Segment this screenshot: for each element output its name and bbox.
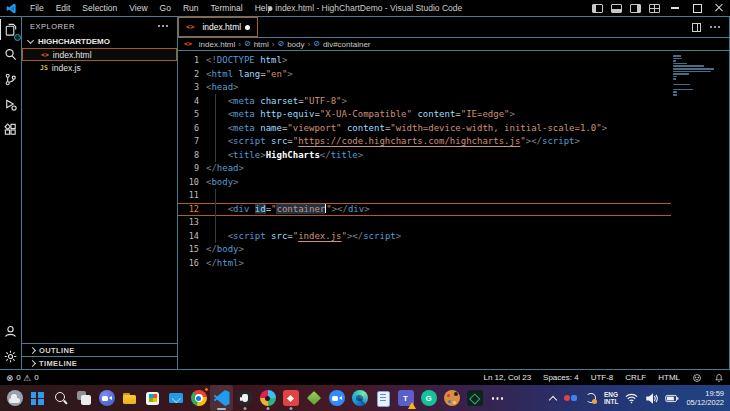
code-line[interactable]: 6 <meta name="viewport" content="width=d… <box>178 122 671 136</box>
search-icon[interactable] <box>0 42 22 67</box>
menu-run[interactable]: Run <box>177 0 205 16</box>
code-area[interactable]: 1<!DOCTYPE html>2<html lang="en">3<head>… <box>178 51 729 369</box>
code-line[interactable]: 15</body> <box>178 243 671 257</box>
folder-highchartdemo[interactable]: HIGHCHARTDEMO <box>22 35 177 48</box>
code-line[interactable]: 1<!DOCTYPE html> <box>178 54 671 68</box>
taskbar-mail-icon[interactable] <box>164 385 187 411</box>
menu-view[interactable]: View <box>123 0 153 16</box>
code-line[interactable]: 14 <script src="index.js"></script> <box>178 230 671 244</box>
line-number: 7 <box>178 135 206 149</box>
taskbar-hand-icon[interactable] <box>233 385 256 411</box>
taskbar-zoom-icon[interactable] <box>325 385 348 411</box>
indent-guide <box>215 94 216 162</box>
code-line[interactable]: 3<head> <box>178 81 671 95</box>
menu-terminal[interactable]: Terminal <box>205 0 249 16</box>
editor-more-actions-icon[interactable] <box>709 22 721 32</box>
status-ln-12-col-23[interactable]: Ln 12, Col 23 <box>483 373 531 382</box>
battery-icon[interactable] <box>665 394 679 403</box>
minimize-button[interactable] <box>664 0 686 16</box>
taskbar-explorer-icon[interactable] <box>118 385 141 411</box>
taskbar-more-icon[interactable] <box>486 385 509 411</box>
language-indicator[interactable]: ENG INTL <box>604 391 618 405</box>
menu-go[interactable]: Go <box>154 0 177 16</box>
taskbar-slack-icon[interactable] <box>256 385 279 411</box>
taskbar-weather-icon[interactable] <box>3 385 26 411</box>
code-line[interactable]: 13 <box>178 216 671 230</box>
menu-file[interactable]: File <box>24 0 50 16</box>
toggle-panel-icon[interactable] <box>611 4 622 13</box>
status-utf-8[interactable]: UTF-8 <box>591 373 614 382</box>
menu-edit[interactable]: Edit <box>50 0 77 16</box>
taskbar-teams-icon[interactable]: T <box>394 385 417 411</box>
taskbar-start-icon[interactable] <box>26 385 49 411</box>
tray-overflow-chevron-icon[interactable] <box>549 394 557 402</box>
running-indicator <box>289 407 292 410</box>
taskbar-paint-icon[interactable] <box>440 385 463 411</box>
clock[interactable]: 19:59 05/12/2022 <box>686 389 724 407</box>
source-control-icon[interactable] <box>0 67 22 92</box>
taskbar-chat-icon[interactable] <box>95 385 118 411</box>
code-line[interactable]: 10<body> <box>178 176 671 190</box>
outline-section[interactable]: OUTLINE <box>22 343 177 356</box>
breadcrumb-item-div-container[interactable]: ⊘div#container <box>313 40 370 49</box>
taskbar-node-icon[interactable] <box>302 385 325 411</box>
taskbar-redapp-icon[interactable] <box>279 385 302 411</box>
code-line[interactable]: 11 <box>178 189 671 203</box>
error-icon: ⊗ <box>6 373 13 383</box>
close-button[interactable] <box>708 0 730 16</box>
code-line[interactable]: 5 <meta http-equiv="X-UA-Compatible" con… <box>178 108 671 122</box>
settings-gear-icon[interactable] <box>0 344 22 369</box>
code-line[interactable]: 8 <title>HighCharts</title> <box>178 149 671 163</box>
restore-button[interactable] <box>686 0 708 16</box>
code-line[interactable]: 4 <meta charset="UTF-8"> <box>178 95 671 109</box>
taskbar-search-icon[interactable] <box>49 385 72 411</box>
menu-selection[interactable]: Selection <box>76 0 123 16</box>
time: 19:59 <box>686 389 724 398</box>
notifications-bell-icon[interactable] <box>714 373 724 383</box>
feedback-icon[interactable] <box>692 373 702 383</box>
system-tray: ENG INTL <box>549 389 730 407</box>
status-spaces-4[interactable]: Spaces: 4 <box>543 373 579 382</box>
taskbar-chrome-icon[interactable] <box>187 385 210 411</box>
breadcrumb-item-index-html[interactable]: <>index.html <box>184 40 235 49</box>
sync-status-icon[interactable] <box>585 392 597 404</box>
explorer-more-actions-icon[interactable] <box>157 21 169 31</box>
code-line[interactable]: 7 <script src="https://code.highcharts.c… <box>178 135 671 149</box>
split-editor-icon[interactable] <box>692 23 701 32</box>
problems-status[interactable]: ⊗ 0 ⚠ 0 <box>6 373 39 383</box>
editor-group: <> index.html <>index.html›⊘html›⊘body›⊘… <box>178 17 730 369</box>
breadcrumb-item-body[interactable]: ⊘body <box>277 40 304 49</box>
toggle-sidebar-icon[interactable] <box>592 4 603 13</box>
file-index-html[interactable]: <>index.html <box>22 48 177 61</box>
customize-layout-icon[interactable] <box>649 4 660 13</box>
status-crlf[interactable]: CRLF <box>625 373 646 382</box>
taskbar-diamondapp-icon[interactable] <box>463 385 486 411</box>
code-line[interactable]: 2<html lang="en"> <box>178 68 671 82</box>
taskbar-grammarly-icon[interactable]: G <box>417 385 440 411</box>
modified-dot-icon[interactable] <box>245 25 250 30</box>
breadcrumb-item-html[interactable]: ⊘html <box>244 40 269 49</box>
wifi-icon[interactable] <box>625 393 638 404</box>
taskbar-store-icon[interactable] <box>141 385 164 411</box>
code-line-current[interactable]: 12 <div id="container"></div> <box>178 203 671 217</box>
tray-apps-icon[interactable] <box>564 393 578 403</box>
code-line[interactable]: 9</head> <box>178 162 671 176</box>
file-index-js[interactable]: JSindex.js <box>22 61 177 74</box>
tab-index-html[interactable]: <> index.html <box>178 17 258 37</box>
taskbar-taskview-icon[interactable] <box>72 385 95 411</box>
taskbar-edge-icon[interactable] <box>348 385 371 411</box>
minimap[interactable] <box>673 55 715 97</box>
account-icon[interactable] <box>0 319 22 344</box>
volume-icon[interactable] <box>645 393 658 404</box>
run-debug-icon[interactable] <box>0 92 22 117</box>
status-html[interactable]: HTML <box>658 373 680 382</box>
line-number: 1 <box>178 54 206 68</box>
explorer-icon[interactable] <box>0 17 22 42</box>
desktop: FileEditSelectionViewGoRunTerminalHelp ●… <box>0 0 730 411</box>
taskbar-vscode-icon[interactable] <box>210 385 233 411</box>
taskbar-notepad-icon[interactable] <box>371 385 394 411</box>
toggle-secondary-sidebar-icon[interactable] <box>630 4 641 13</box>
timeline-section[interactable]: TIMELINE <box>22 356 177 369</box>
code-line[interactable]: 16</html> <box>178 257 671 271</box>
extensions-icon[interactable] <box>0 117 22 142</box>
